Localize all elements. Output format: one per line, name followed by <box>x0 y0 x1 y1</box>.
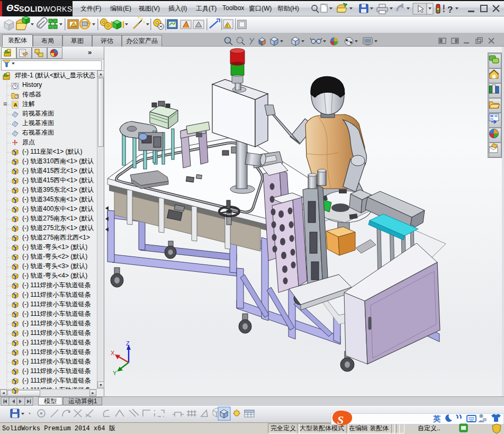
svg-text:S: S <box>337 413 344 427</box>
svg-text:!: ! <box>227 23 228 28</box>
svg-text:?: ? <box>447 5 453 15</box>
svg-text:英: 英 <box>433 414 441 423</box>
